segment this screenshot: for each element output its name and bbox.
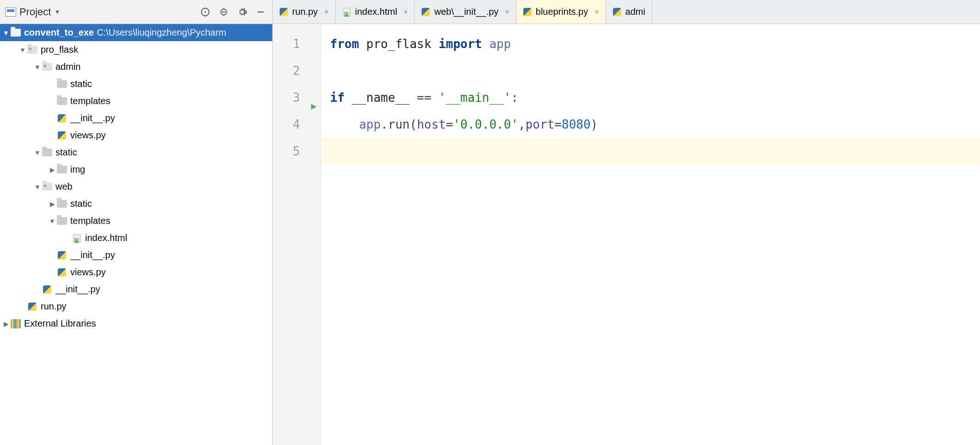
tree-item-admin-templates[interactable]: templates [0,93,272,110]
python-file-icon [421,7,430,17]
code-token: '__main__' [439,91,511,105]
gutter-line[interactable]: 2 [273,57,320,84]
editor-gutter[interactable]: 123▶45 [273,24,321,445]
editor-tab-tab-blueprints[interactable]: blueprints.py× [516,0,606,24]
project-tree[interactable]: ▼convent_to_exeC:\Users\liuqingzheng\Pyc… [0,24,272,445]
html-file-icon [342,7,351,17]
tab-label: blueprints.py [536,6,588,17]
project-dropdown-chevron-icon[interactable]: ▾ [55,7,59,16]
hide-tool-window-button[interactable] [252,3,270,21]
tree-item-run-py[interactable]: run.py [0,298,272,315]
python-file-icon [612,7,622,17]
tree-item-web-static[interactable]: ▶static [0,195,272,212]
tab-label: index.html [355,6,397,17]
code-token: ) [591,117,598,131]
editor-body: 123▶45 from pro_flask import appif __nam… [273,24,980,445]
editor-tab-tab-run[interactable]: run.py× [273,0,336,24]
lib-icon [10,319,21,329]
tree-item-static-img[interactable]: ▶img [0,161,272,178]
gutter-line[interactable]: 4 [273,111,320,138]
tree-item-admin-static[interactable]: static [0,75,272,93]
code-token: host [417,117,446,131]
code-token: app [359,117,381,131]
editor-tab-tab-index[interactable]: index.html× [336,0,415,24]
python-file-icon [523,7,532,17]
py-icon [56,250,67,260]
code-line[interactable] [321,138,980,165]
tree-item-label: static [70,198,92,209]
code-token: pro_flask [366,37,439,51]
tree-item-ext-lib[interactable]: ▶External Libraries [0,315,272,332]
tree-chevron-icon[interactable]: ▼ [18,46,27,54]
folder-sel-icon [10,28,21,38]
tab-label: web\__init__.py [434,6,498,17]
tree-chevron-icon[interactable]: ▶ [2,320,10,328]
tree-item-label: run.py [41,301,67,312]
tab-close-icon[interactable]: × [594,8,599,16]
tree-item-static[interactable]: ▼static [0,144,272,161]
tree-chevron-icon[interactable]: ▼ [33,63,42,71]
code-token: app [489,37,511,51]
gutter-line[interactable]: 5 [273,138,320,165]
tree-chevron-icon[interactable]: ▶ [48,166,56,173]
tree-item-label: External Libraries [24,318,96,329]
tree-item-label: __init__.py [70,250,115,260]
tree-item-web-index-html[interactable]: index.html [0,229,272,247]
editor-tab-bar[interactable]: run.py×index.html×web\__init__.py×bluepr… [273,0,980,24]
tree-item-web-views[interactable]: views.py [0,264,272,281]
tab-close-icon[interactable]: × [505,8,509,16]
tree-item-label: __init__.py [55,284,100,295]
gutter-line[interactable]: 1 [273,31,320,57]
code-line[interactable] [330,57,980,84]
tree-item-root[interactable]: ▼convent_to_exeC:\Users\liuqingzheng\Pyc… [0,24,272,41]
tree-chevron-icon[interactable]: ▼ [33,149,42,156]
py-icon [56,267,67,278]
editor-tab-tab-web-init[interactable]: web\__init__.py× [415,0,516,24]
tab-close-icon[interactable]: × [325,8,329,16]
tree-chevron-icon[interactable]: ▼ [48,217,56,225]
tree-item-pro_flask[interactable]: ▼pro_flask [0,41,272,58]
tree-item-admin[interactable]: ▼admin [0,58,272,75]
tree-item-web-init[interactable]: __init__.py [0,247,272,264]
tab-label: admi [625,6,645,17]
tree-item-label: templates [70,216,110,226]
project-dropdown-label[interactable]: Project [19,6,51,18]
tree-item-proflask-init[interactable]: __init__.py [0,281,272,298]
settings-gear-button[interactable] [233,3,251,21]
tree-item-label: pro_flask [41,44,78,55]
tree-item-label: static [55,147,77,158]
code-area[interactable]: from pro_flask import appif __name__ == … [321,24,980,445]
pkg-icon [27,45,38,55]
code-token: '0.0.0.0' [453,117,518,131]
code-line[interactable]: app.run(host='0.0.0.0',port=8080) [330,111,980,138]
gutter-line[interactable]: 3▶ [273,84,320,111]
editor-tab-tab-admin-trunc[interactable]: admi [606,0,652,24]
tree-item-label: views.py [70,267,106,278]
code-token: .run( [381,117,417,131]
py-icon [56,130,67,141]
code-token [330,117,359,131]
collapse-all-button[interactable] [215,3,233,21]
tree-item-web-templates[interactable]: ▼templates [0,212,272,229]
svg-point-1 [204,11,206,13]
tree-chevron-icon[interactable]: ▼ [2,29,10,37]
tree-item-label: admin [55,62,80,72]
tab-close-icon[interactable]: × [404,8,408,16]
code-token: = [554,117,562,131]
tab-label: run.py [292,6,318,17]
code-line[interactable]: if __name__ == '__main__': [330,84,980,111]
tree-item-path: C:\Users\liuqingzheng\Pycharm [97,27,226,38]
py-icon [56,113,67,124]
code-token: if [330,91,352,105]
folder-icon [56,165,67,175]
tree-chevron-icon[interactable]: ▼ [33,183,42,191]
tree-item-admin-views[interactable]: views.py [0,127,272,144]
code-token: : [511,91,518,105]
tree-chevron-icon[interactable]: ▶ [48,200,56,208]
tree-item-web[interactable]: ▼web [0,178,272,195]
code-line[interactable]: from pro_flask import app [330,31,980,57]
tree-item-admin-init[interactable]: __init__.py [0,110,272,127]
scroll-from-source-button[interactable] [196,3,214,21]
tree-item-label: __init__.py [70,113,115,124]
tree-item-label: web [55,181,73,192]
